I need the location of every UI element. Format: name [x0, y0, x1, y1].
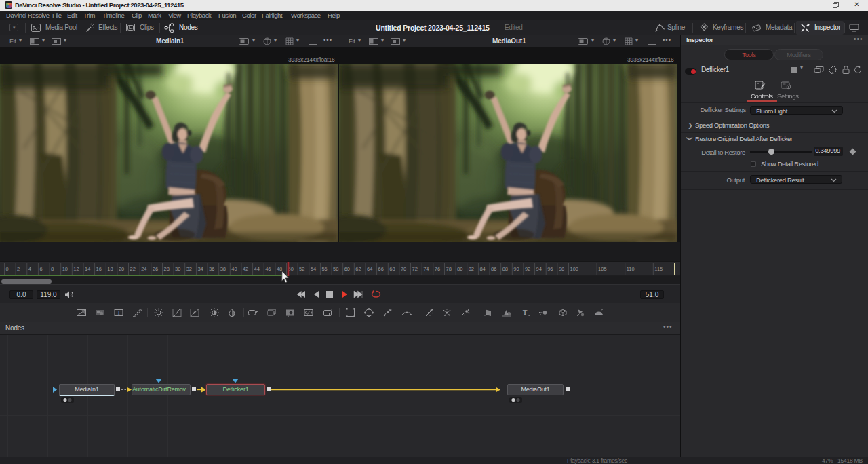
svg-text:42: 42: [243, 266, 248, 272]
svg-text:28: 28: [164, 266, 170, 272]
svg-text:4: 4: [28, 266, 31, 272]
svg-text:80: 80: [457, 266, 462, 272]
svg-text:64: 64: [367, 266, 372, 272]
svg-text:78: 78: [446, 266, 452, 272]
svg-text:10: 10: [62, 266, 68, 272]
svg-text:36: 36: [209, 266, 214, 272]
svg-text:100: 100: [570, 266, 579, 272]
svg-text:16: 16: [96, 266, 102, 272]
svg-text:12: 12: [73, 266, 79, 272]
svg-text:74: 74: [423, 266, 429, 272]
svg-text:6: 6: [39, 266, 42, 272]
svg-text:22: 22: [130, 266, 136, 272]
svg-text:14: 14: [85, 266, 90, 272]
svg-text:115: 115: [654, 266, 663, 272]
svg-text:68: 68: [389, 266, 395, 272]
svg-text:54: 54: [311, 266, 316, 272]
svg-text:105: 105: [598, 266, 607, 272]
svg-text:30: 30: [175, 266, 180, 272]
svg-text:2: 2: [17, 266, 20, 272]
svg-text:46: 46: [265, 266, 271, 272]
svg-text:18: 18: [107, 266, 113, 272]
svg-text:20: 20: [119, 266, 124, 272]
svg-text:90: 90: [513, 266, 519, 272]
svg-text:8: 8: [51, 266, 54, 272]
svg-text:44: 44: [254, 266, 260, 272]
svg-text:94: 94: [536, 266, 542, 272]
svg-text:92: 92: [525, 266, 530, 272]
svg-text:98: 98: [559, 266, 564, 272]
svg-text:24: 24: [141, 266, 146, 272]
svg-text:56: 56: [321, 266, 327, 272]
svg-text:0: 0: [6, 266, 9, 272]
svg-text:T: T: [523, 309, 528, 316]
svg-text:38: 38: [220, 266, 226, 272]
svg-text:96: 96: [547, 266, 553, 272]
svg-text:72: 72: [412, 266, 418, 272]
svg-text:86: 86: [491, 266, 496, 272]
svg-text:82: 82: [469, 266, 474, 272]
svg-text:62: 62: [355, 266, 361, 272]
svg-text:76: 76: [435, 266, 440, 272]
svg-text:T: T: [117, 309, 121, 316]
svg-text:32: 32: [186, 266, 192, 272]
svg-text:110: 110: [627, 266, 635, 272]
svg-text:40: 40: [231, 266, 237, 272]
svg-text:26: 26: [153, 266, 158, 272]
svg-text:34: 34: [197, 266, 203, 272]
svg-text:66: 66: [378, 266, 384, 272]
svg-text:60: 60: [344, 266, 350, 272]
svg-text:58: 58: [333, 266, 338, 272]
svg-text:88: 88: [502, 266, 508, 272]
svg-text:70: 70: [401, 266, 406, 272]
svg-text:52: 52: [299, 266, 304, 272]
svg-text:84: 84: [479, 266, 485, 272]
